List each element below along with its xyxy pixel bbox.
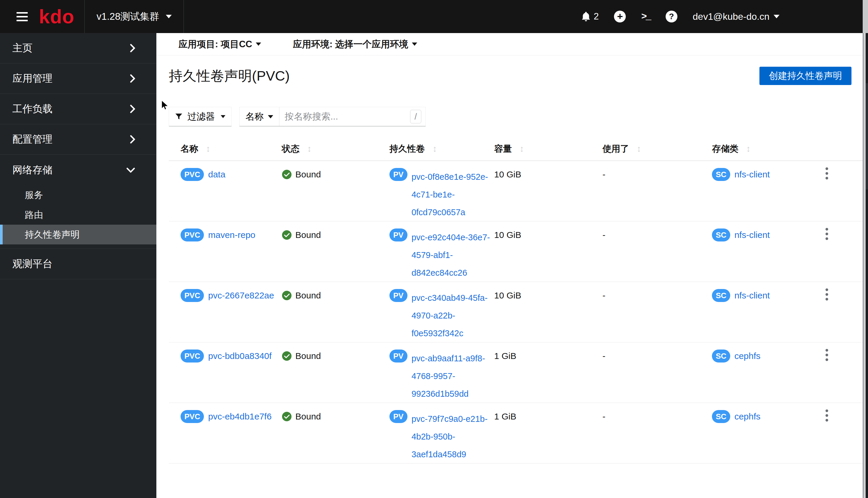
background-window-strip <box>866 33 868 498</box>
storage-class-link[interactable]: nfs-client <box>734 289 770 302</box>
pv-name-link[interactable]: pvc-0f8e8e1e-952e-4c71-be1e-0fcd79c0657a <box>411 168 494 221</box>
pvc-name-link[interactable]: maven-repo <box>208 228 255 241</box>
cluster-selector[interactable]: v1.28测试集群 <box>85 0 184 33</box>
chevron-down-icon <box>166 15 172 18</box>
pv-badge: PV <box>390 168 407 181</box>
help-icon[interactable]: ? <box>666 11 677 23</box>
pv-badge: PV <box>390 410 407 423</box>
used-cell: - <box>602 221 712 281</box>
column-header-pv[interactable]: 持久性卷↕ <box>390 143 494 155</box>
column-header-used[interactable]: 使用了↕ <box>602 143 712 155</box>
filter-dropdown[interactable]: 过滤器 <box>169 107 232 126</box>
pv-cell: PV pvc-e92c404e-36e7-4579-abf1-d842ec84c… <box>390 221 494 281</box>
name-cell: PVC maven-repo <box>180 221 282 281</box>
pvc-badge: PVC <box>180 410 204 423</box>
pv-cell: PV pvc-ab9aaf11-a9f8-4768-9957-99236d1b5… <box>390 342 494 403</box>
sidebar-nav: 主页 应用管理 工作负载 配置管理 网络存储 <box>0 33 157 498</box>
column-header-storage-class[interactable]: 存储类↕ <box>712 143 820 155</box>
storage-class-cell: SC cephfs <box>712 342 820 403</box>
table-row: PVC pvc-eb4db1e7f6 Bound PV pvc-79f7c9a0… <box>169 403 868 463</box>
table-row: PVC pvc-bdb0a8340f Bound PV pvc-ab9aaf11… <box>169 342 868 403</box>
column-header-capacity[interactable]: 容量↕ <box>494 143 602 155</box>
kebab-menu-icon[interactable] <box>820 227 833 241</box>
scrollbar[interactable] <box>864 33 866 498</box>
kebab-menu-icon[interactable] <box>820 348 833 362</box>
chevron-down-icon <box>221 115 226 118</box>
pvc-name-link[interactable]: pvc-eb4db1e7f6 <box>208 410 271 423</box>
project-selector[interactable]: 应用项目: 项目CC <box>178 38 261 51</box>
masthead: kdo v1.28测试集群 2 + >_ ? dev1@kube-do.cn <box>0 0 868 33</box>
chevron-down-icon <box>268 115 273 118</box>
sidebar-item-home[interactable]: 主页 <box>0 33 157 64</box>
pv-name-link[interactable]: pvc-c340ab49-45fa-4970-a22b-f0e5932f342c <box>411 289 494 342</box>
status-cell: Bound <box>282 282 390 342</box>
pvc-name-link[interactable]: pvc-2667e822ae <box>208 289 274 302</box>
search-attribute-label: 名称 <box>245 110 264 123</box>
terminal-icon[interactable]: >_ <box>641 11 650 22</box>
pv-cell: PV pvc-0f8e8e1e-952e-4c71-be1e-0fcd79c06… <box>390 161 494 221</box>
sidebar-item-config-management[interactable]: 配置管理 <box>0 124 157 155</box>
status-text: Bound <box>295 168 321 181</box>
pv-name-link[interactable]: pvc-79f7c9a0-e21b-4b2b-950b-3aef1da458d9 <box>411 410 494 463</box>
mouse-cursor <box>161 100 169 111</box>
pvc-badge: PVC <box>180 168 204 181</box>
sidebar-item-network-storage[interactable]: 网络存储 <box>0 155 157 185</box>
check-circle-icon <box>282 290 292 301</box>
storage-class-link[interactable]: cephfs <box>734 350 760 363</box>
storage-class-link[interactable]: cephfs <box>734 410 760 423</box>
status-text: Bound <box>295 228 321 241</box>
check-circle-icon <box>282 351 292 361</box>
sc-badge: SC <box>712 289 730 302</box>
chevron-right-icon <box>130 135 135 144</box>
column-header-name[interactable]: 名称↕ <box>180 143 282 155</box>
pvc-badge: PVC <box>180 289 204 302</box>
sort-icon: ↕ <box>433 144 437 154</box>
sidebar-item-pvc[interactable]: 持久性卷声明 <box>0 225 157 245</box>
check-circle-icon <box>282 411 292 421</box>
table-row: PVC data Bound PV pvc-0f8e8e1e-952e-4c71… <box>169 161 868 221</box>
kebab-menu-icon[interactable] <box>820 408 833 422</box>
scrollbar-thumb[interactable] <box>866 83 868 189</box>
pvc-name-link[interactable]: pvc-bdb0a8340f <box>208 350 271 363</box>
chevron-down-icon <box>774 15 779 18</box>
user-menu[interactable]: dev1@kube-do.cn <box>693 11 779 22</box>
sort-icon: ↕ <box>206 144 211 154</box>
storage-class-link[interactable]: nfs-client <box>734 228 770 241</box>
pv-name-link[interactable]: pvc-ab9aaf11-a9f8-4768-9957-99236d1b59dd <box>411 350 494 403</box>
shortcut-key-hint: / <box>410 110 421 123</box>
context-bar: 应用项目: 项目CC 应用环境: 选择一个应用环境 <box>157 33 868 55</box>
storage-class-link[interactable]: nfs-client <box>734 168 770 181</box>
sidebar-item-routes[interactable]: 路由 <box>0 205 157 225</box>
environment-selector[interactable]: 应用环境: 选择一个应用环境 <box>293 38 417 51</box>
used-cell: - <box>602 403 712 463</box>
status-cell: Bound <box>282 221 390 281</box>
pv-name-link[interactable]: pvc-e92c404e-36e7-4579-abf1-d842ec84cc26 <box>411 228 494 281</box>
filter-funnel-icon <box>175 113 182 120</box>
sidebar-item-workloads[interactable]: 工作负载 <box>0 94 157 124</box>
chevron-right-icon <box>130 74 135 83</box>
used-cell: - <box>602 161 712 221</box>
import-plus-icon[interactable]: + <box>614 11 626 23</box>
search-input[interactable] <box>280 107 410 126</box>
sort-icon: ↕ <box>637 144 641 154</box>
sidebar-item-app-management[interactable]: 应用管理 <box>0 64 157 94</box>
kebab-menu-icon[interactable] <box>820 166 833 180</box>
pvc-table-body: PVC data Bound PV pvc-0f8e8e1e-952e-4c71… <box>169 161 868 463</box>
notifications-button[interactable]: 2 <box>581 11 599 22</box>
storage-class-cell: SC cephfs <box>712 403 820 463</box>
sidebar-item-services[interactable]: 服务 <box>0 185 157 205</box>
check-circle-icon <box>282 230 292 240</box>
pvc-table: 名称↕ 状态↕ 持久性卷↕ 容量↕ 使用了↕ 存储类↕ <box>157 141 868 463</box>
capacity-cell: 1 GiB <box>494 342 602 403</box>
sidebar-item-observability[interactable]: 观测平台 <box>0 249 157 279</box>
filter-toolbar: 过滤器 名称 / <box>157 107 868 126</box>
pvc-name-link[interactable]: data <box>208 168 225 181</box>
hamburger-menu-icon[interactable] <box>16 0 28 33</box>
kebab-menu-icon[interactable] <box>820 287 833 301</box>
check-circle-icon <box>282 169 292 180</box>
sc-badge: SC <box>712 350 730 363</box>
capacity-cell: 10 GiB <box>494 161 602 221</box>
column-header-status[interactable]: 状态↕ <box>282 143 390 155</box>
create-pvc-button[interactable]: 创建持久性卷声明 <box>759 67 852 85</box>
search-attribute-dropdown[interactable]: 名称 <box>240 107 280 126</box>
